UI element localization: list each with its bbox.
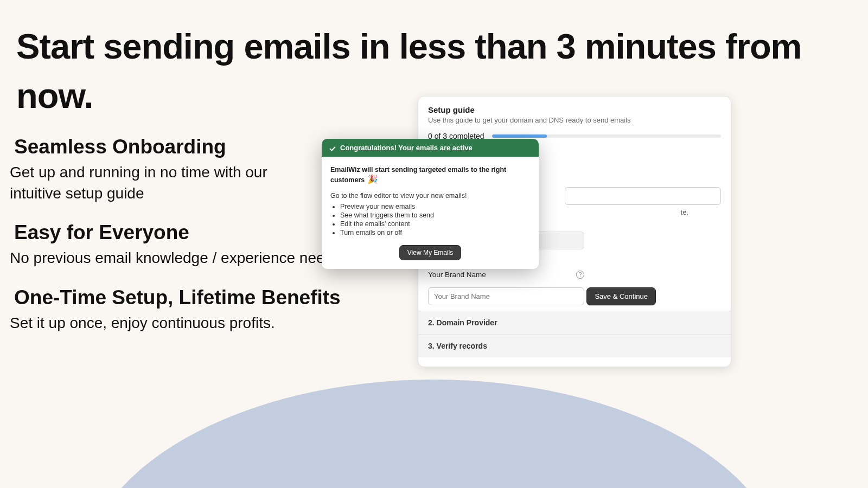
setup-progress-fill bbox=[492, 134, 547, 138]
setup-guide-title: Setup guide bbox=[428, 105, 721, 114]
setup-guide-subtitle: Use this guide to get your domain and DN… bbox=[428, 116, 721, 124]
feature-title: Seamless Onboarding bbox=[14, 136, 350, 158]
feature-desc: No previous email knowledge / experience… bbox=[10, 247, 350, 268]
setup-guide-header: Setup guide Use this guide to get your d… bbox=[418, 97, 731, 129]
party-icon: 🎉 bbox=[367, 174, 378, 184]
feature-desc: Set it up once, enjoy continuous profits… bbox=[10, 312, 350, 333]
brand-name-input[interactable] bbox=[428, 287, 584, 305]
setup-step-3[interactable]: 3. Verify records bbox=[418, 334, 731, 357]
congrats-bullets: Preview your new emails See what trigger… bbox=[340, 203, 530, 236]
domain-input[interactable] bbox=[565, 187, 721, 205]
congrats-banner-text: Congratulations! Your emails are active bbox=[340, 144, 473, 152]
list-item: Turn emails on or off bbox=[340, 229, 530, 236]
view-my-emails-button[interactable]: View My Emails bbox=[399, 245, 461, 260]
list-item: Edit the emails' content bbox=[340, 220, 530, 228]
brand-name-label: Your Brand Name bbox=[428, 271, 486, 279]
help-icon[interactable]: ? bbox=[576, 271, 584, 279]
congrats-strong: EmailWiz will start sending targeted ema… bbox=[330, 166, 506, 184]
setup-step-2[interactable]: 2. Domain Provider bbox=[418, 311, 731, 334]
congrats-banner: Congratulations! Your emails are active bbox=[322, 139, 539, 157]
feature-item: Easy for Everyone No previous email know… bbox=[10, 221, 350, 268]
list-item: See what triggers them to send bbox=[340, 211, 530, 219]
features-list: Seamless Onboarding Get up and running i… bbox=[10, 136, 350, 351]
feature-title: Easy for Everyone bbox=[14, 221, 350, 244]
congrats-lead: Go to the flow editor to view your new e… bbox=[330, 192, 530, 200]
feature-item: Seamless Onboarding Get up and running i… bbox=[10, 136, 350, 204]
decorative-wave bbox=[81, 380, 787, 488]
congrats-modal: Congratulations! Your emails are active … bbox=[322, 139, 539, 269]
check-icon bbox=[328, 144, 336, 152]
feature-title: One-Time Setup, Lifetime Benefits bbox=[14, 286, 350, 309]
setup-progress-bar bbox=[492, 134, 721, 138]
feature-item: One-Time Setup, Lifetime Benefits Set it… bbox=[10, 286, 350, 333]
congrats-body: EmailWiz will start sending targeted ema… bbox=[322, 157, 539, 269]
list-item: Preview your new emails bbox=[340, 203, 530, 210]
save-continue-button[interactable]: Save & Continue bbox=[586, 287, 656, 305]
feature-desc: Get up and running in no time with our i… bbox=[10, 162, 281, 204]
